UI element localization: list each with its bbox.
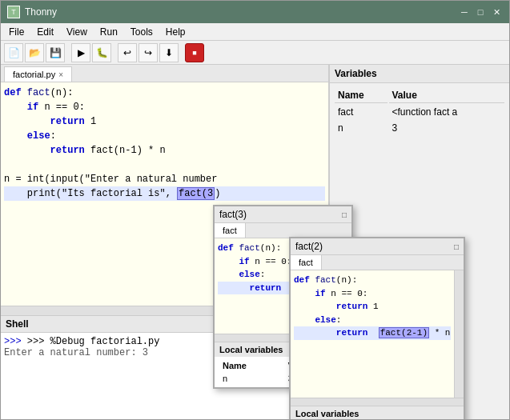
popup-fact2-title: fact(2) □ [291, 238, 464, 255]
step-back-button[interactable]: ↩ [118, 43, 137, 62]
stop-icon: ■ [192, 49, 196, 57]
menu-bar: File Edit View Run Tools Help [1, 23, 509, 41]
step-into-button[interactable]: ⬇ [159, 43, 179, 62]
pf3-var-name-1: n [219, 373, 283, 384]
title-bar: T Thonny ─ □ ✕ [1, 1, 509, 23]
code-line-6 [4, 158, 325, 172]
var-value-1: <function fact a [389, 105, 505, 119]
popup-fact3-title-text: fact(3) [219, 209, 247, 220]
popup-fact2-local-vars-header: Local variables [291, 406, 464, 419]
editor-tab[interactable]: factorial.py × [4, 66, 72, 82]
popup-fact2-body: def fact(n): if n == 0: return 1 else: r… [291, 270, 464, 398]
code-line-5: return fact(n-1) * n [4, 143, 325, 158]
popup-fact2-close-icon[interactable]: □ [454, 242, 459, 251]
variables-header: Variables [330, 65, 509, 83]
code-line-3: return 1 [4, 114, 325, 129]
menu-tools[interactable]: Tools [126, 25, 158, 39]
popup-fact3-close-icon[interactable]: □ [342, 210, 347, 219]
minimize-button[interactable]: ─ [458, 6, 471, 18]
pf2-line-4: else: [294, 314, 451, 327]
close-button[interactable]: ✕ [490, 6, 503, 18]
stop-button[interactable]: ■ [185, 43, 204, 62]
editor-tab-label: factorial.py [13, 70, 55, 79]
popup-fact2: fact(2) □ fact def fact(n): if n == 0: r… [289, 237, 465, 419]
pf2-line-2: if n == 0: [294, 287, 451, 301]
pf3-col-name: Name [219, 360, 283, 371]
pf2-line-3: return 1 [294, 300, 451, 314]
var-col-value: Value [389, 88, 505, 103]
pf2-line-5: return fact(2-1) * n [294, 326, 451, 340]
maximize-button[interactable]: □ [474, 6, 487, 18]
shell-command: >>> %Debug factorial.py [27, 336, 160, 347]
title-bar-left: T Thonny [7, 6, 57, 18]
run-button[interactable]: ▶ [71, 43, 90, 62]
code-line-1: def fact(n): [4, 86, 325, 100]
open-file-button[interactable]: 📂 [25, 43, 44, 62]
menu-view[interactable]: View [62, 25, 92, 39]
popup-fact2-scroll-v[interactable] [454, 270, 464, 398]
title-controls: ─ □ ✕ [458, 6, 503, 18]
tab-bar: factorial.py × [1, 65, 328, 82]
menu-run[interactable]: Run [95, 25, 122, 39]
code-line-2: if n == 0: [4, 100, 325, 114]
editor-tab-close[interactable]: × [58, 70, 63, 79]
var-col-name: Name [335, 88, 388, 103]
code-line-4: else: [4, 129, 325, 143]
var-row-2: n 3 [335, 121, 504, 135]
menu-help[interactable]: Help [161, 25, 191, 39]
popup-fact3-title: fact(3) □ [215, 206, 351, 223]
popup-fact2-title-text: fact(2) [295, 241, 323, 252]
app-title: Thonny [25, 6, 57, 18]
var-row-1: fact <function fact a [335, 105, 504, 119]
new-file-button[interactable]: 📄 [4, 43, 23, 62]
step-forward-button[interactable]: ↪ [139, 43, 158, 62]
popup-fact2-tab-bar: fact [291, 255, 464, 270]
pf2-line-1: def fact(n): [294, 274, 451, 287]
save-file-button[interactable]: 💾 [46, 43, 65, 62]
popup-fact3-tab[interactable]: fact [215, 223, 246, 238]
popup-fact2-scroll-h[interactable] [291, 398, 464, 406]
code-line-8: print("Its factorial is", fact(3) [4, 186, 325, 201]
code-line-7: n = int(input("Enter a natural number [4, 172, 325, 186]
app-icon: T [7, 6, 20, 18]
inline-highlight: fact(3 [177, 187, 215, 200]
var-name-2: n [335, 121, 388, 135]
shell-prompt: >>> [4, 336, 27, 347]
menu-edit[interactable]: Edit [32, 25, 58, 39]
debug-button[interactable]: 🐛 [92, 43, 111, 62]
menu-file[interactable]: File [4, 25, 29, 39]
variables-table: Name Value fact <function fact a n 3 [330, 83, 509, 140]
main-window: T Thonny ─ □ ✕ File Edit View Run Tools … [0, 0, 510, 420]
main-content: factorial.py × def fact(n): if n == 0: r… [1, 65, 509, 419]
toolbar: 📄 📂 💾 ▶ 🐛 ↩ ↪ ⬇ ■ [1, 41, 509, 65]
popup-fact2-code[interactable]: def fact(n): if n == 0: return 1 else: r… [291, 270, 454, 398]
var-name-1: fact [335, 105, 388, 119]
var-value-2: 3 [389, 121, 505, 135]
pf2-inline-highlight: fact(2-1) [379, 327, 429, 338]
popup-fact2-tab[interactable]: fact [291, 255, 322, 270]
